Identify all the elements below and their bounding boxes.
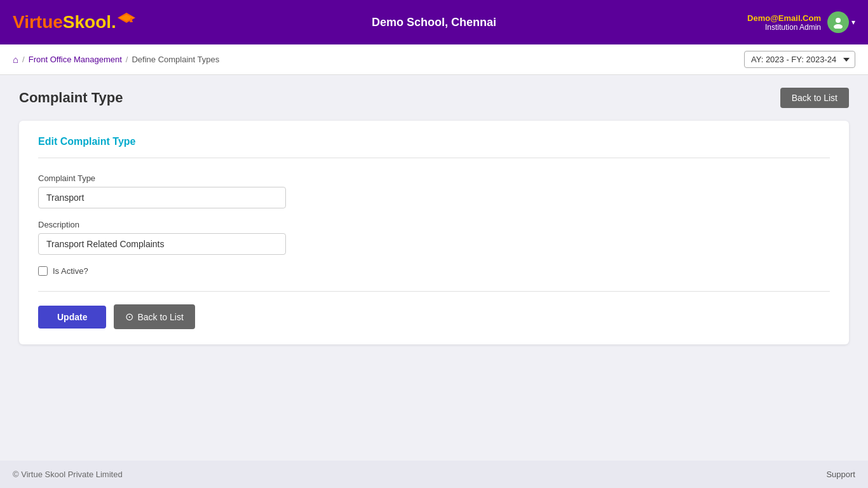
user-role: Institution Admin bbox=[747, 23, 821, 32]
breadcrumb-sep-2: / bbox=[126, 55, 128, 64]
footer-copyright: © Virtue Skool Private Limited bbox=[13, 470, 123, 479]
page-title: Complaint Type bbox=[19, 90, 123, 106]
breadcrumb-front-office[interactable]: Front Office Management bbox=[29, 55, 122, 64]
is-active-checkbox[interactable] bbox=[38, 266, 48, 276]
description-input[interactable] bbox=[38, 233, 286, 255]
breadcrumb-bar: ⌂ / Front Office Management / Define Com… bbox=[0, 44, 868, 75]
page-header: Complaint Type Back to List bbox=[19, 88, 849, 108]
footer-support[interactable]: Support bbox=[826, 470, 855, 479]
back-list-label: Back to List bbox=[137, 312, 183, 322]
svg-point-5 bbox=[834, 24, 843, 29]
description-group: Description bbox=[38, 220, 830, 255]
complaint-type-group: Complaint Type bbox=[38, 173, 830, 208]
complaint-type-input[interactable] bbox=[38, 187, 286, 208]
logo-virtue: Virtue bbox=[13, 12, 63, 32]
breadcrumb: ⌂ / Front Office Management / Define Com… bbox=[13, 54, 219, 65]
user-email: Demo@Email.Com bbox=[747, 13, 821, 23]
year-selector-wrapper[interactable]: AY: 2023 - FY: 2023-24 bbox=[744, 51, 855, 68]
back-list-icon: ⊙ bbox=[125, 311, 133, 323]
button-row: Update ⊙ Back to List bbox=[38, 304, 830, 329]
complaint-type-label: Complaint Type bbox=[38, 173, 830, 183]
card-divider-bottom bbox=[38, 291, 830, 292]
header-right: Demo@Email.Com Institution Admin ▾ bbox=[747, 11, 855, 33]
back-to-list-top-button[interactable]: Back to List bbox=[780, 88, 849, 108]
school-name: Demo School, Chennai bbox=[372, 16, 496, 29]
description-label: Description bbox=[38, 220, 830, 229]
logo: VirtueSkool. bbox=[13, 11, 135, 33]
avatar-dropdown-icon[interactable]: ▾ bbox=[851, 18, 855, 27]
svg-point-4 bbox=[836, 18, 841, 23]
logo-skool: Skool bbox=[63, 12, 111, 32]
main-content: Complaint Type Back to List Edit Complai… bbox=[0, 75, 868, 357]
home-icon[interactable]: ⌂ bbox=[13, 54, 18, 65]
update-button[interactable]: Update bbox=[38, 306, 106, 329]
is-active-group: Is Active? bbox=[38, 266, 830, 276]
back-to-list-button[interactable]: ⊙ Back to List bbox=[114, 304, 194, 329]
is-active-label: Is Active? bbox=[53, 266, 88, 276]
avatar bbox=[827, 11, 849, 33]
logo-cap-icon bbox=[118, 11, 135, 24]
breadcrumb-current: Define Complaint Types bbox=[132, 55, 219, 64]
breadcrumb-sep-1: / bbox=[22, 55, 25, 64]
card-divider-top bbox=[38, 158, 830, 158]
card-title: Edit Complaint Type bbox=[38, 136, 830, 147]
logo-dot: . bbox=[111, 12, 116, 32]
year-selector[interactable]: AY: 2023 - FY: 2023-24 bbox=[744, 51, 855, 68]
header: VirtueSkool. Demo School, Chennai Demo@E… bbox=[0, 0, 868, 44]
svg-rect-3 bbox=[130, 21, 133, 22]
edit-form-card: Edit Complaint Type Complaint Type Descr… bbox=[19, 121, 849, 344]
user-info: Demo@Email.Com Institution Admin bbox=[747, 13, 821, 32]
footer: © Virtue Skool Private Limited Support bbox=[0, 461, 868, 488]
avatar-container[interactable]: ▾ bbox=[827, 11, 855, 33]
